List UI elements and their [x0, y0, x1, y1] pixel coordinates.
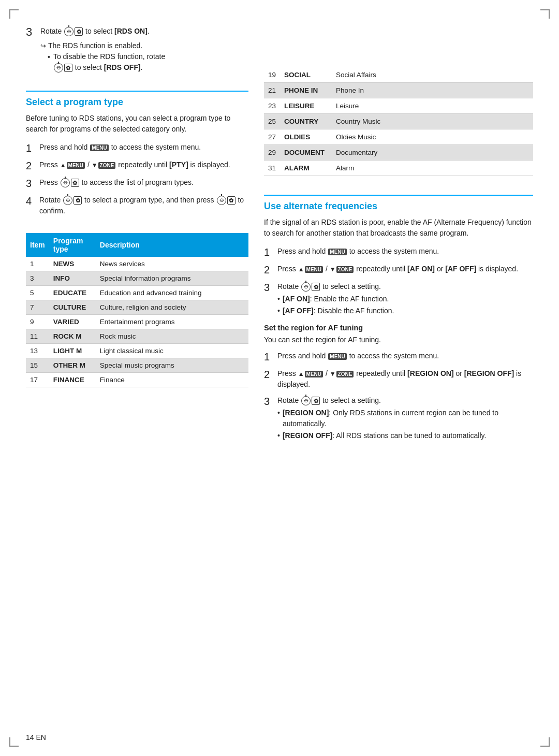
cell-desc: Finance — [96, 373, 248, 387]
cell-desc: Entertainment programs — [96, 315, 248, 329]
bullet-symbol: • — [48, 52, 50, 63]
menu-icon-ua2: MENU — [305, 266, 323, 273]
table-row: 5 EDUCATE Education and advanced trainin… — [26, 286, 248, 300]
ua-step-1-text: Press and hold MENU to access the system… — [277, 246, 439, 257]
cell-desc: Culture, religion and society — [96, 300, 248, 315]
table-row: 19 SOCIAL Social Affairs — [264, 67, 533, 83]
col-description: Description — [96, 233, 248, 257]
cell-type: DOCUMENT — [280, 145, 332, 161]
use-alternate-desc: If the signal of an RDS station is poor,… — [264, 217, 533, 239]
step3-arrow-text: The RDS function is enabled. — [48, 40, 142, 51]
step3-arrow: ↪ The RDS function is enabled. — [40, 40, 248, 51]
af-tuning-steps: 1 Press and hold MENU to access the syst… — [264, 351, 533, 441]
cross-icon2: ✿ — [64, 64, 72, 72]
col-item: Item — [26, 233, 49, 257]
step3-rds-block: 3 Rotate ⦵✿ to select [RDS ON]. ↪ The RD… — [26, 26, 248, 73]
down-icon-af: ▼ — [330, 370, 336, 377]
af-step-3-text: Rotate ⦵✿ to select a setting. • [REGION… — [277, 395, 533, 441]
corner-bottom-left — [9, 737, 19, 747]
step-2-text: Press ▲MENU / ▼ZONE repeatedly until [PT… — [39, 159, 230, 170]
knob-icon3: ⦵ — [61, 178, 70, 187]
cell-type: FINANCE — [49, 373, 96, 387]
right-program-table-body: 19 SOCIAL Social Affairs 21 PHONE IN Pho… — [264, 67, 533, 176]
cell-desc: Documentary — [332, 145, 533, 161]
cross-icon-ua: ✿ — [312, 283, 320, 291]
table-row: 11 ROCK M Rock music — [26, 329, 248, 344]
af-tuning-title: Set the region for AF tuning — [264, 324, 533, 332]
step-number-3: 3 — [26, 26, 37, 38]
cell-type: NEWS — [49, 257, 96, 271]
knob-icon: ⦵ — [64, 27, 73, 36]
down-icon-ua: ▼ — [330, 266, 336, 273]
cell-item: 31 — [264, 161, 280, 176]
cell-desc: Light classical music — [96, 344, 248, 358]
down-icon: ▼ — [92, 162, 98, 169]
cross-icon4: ✿ — [73, 196, 82, 205]
step3-bullet: • To disable the RDS function, rotate ⦵✿… — [48, 51, 248, 73]
cell-desc: Leisure — [332, 98, 533, 114]
step-num-4: 4 — [26, 195, 36, 207]
cell-item: 15 — [26, 358, 49, 373]
cell-type: OLDIES — [280, 129, 332, 145]
cross-icon5: ✿ — [227, 196, 236, 205]
cell-item: 7 — [26, 300, 49, 315]
bullet-ua1: • — [277, 294, 280, 304]
step-num-1: 1 — [26, 142, 36, 154]
table-row: 13 LIGHT M Light classical music — [26, 344, 248, 358]
step3-bullet-text: To disable the RDS function, rotate ⦵✿ t… — [53, 51, 165, 73]
step-num-3: 3 — [26, 177, 36, 190]
menu-icon-af2: MENU — [305, 371, 323, 377]
table-row: 1 NEWS News services — [26, 257, 248, 271]
corner-top-right — [540, 9, 550, 19]
cell-desc: Phone In — [332, 83, 533, 98]
corner-bottom-right — [540, 737, 550, 747]
af-step-2: 2 Press ▲MENU / ▼ZONE repeatedly until [… — [264, 368, 533, 390]
cell-desc: Social Affairs — [332, 67, 533, 83]
cell-item: 29 — [264, 145, 280, 161]
use-alternate-steps: 1 Press and hold MENU to access the syst… — [264, 246, 533, 316]
program-table-body: 1 NEWS News services 3 INFO Special info… — [26, 257, 248, 387]
up-icon-af: ▲ — [298, 370, 304, 377]
select-program-desc: Before tuning to RDS stations, you can s… — [26, 113, 248, 135]
cell-desc: Oldies Music — [332, 129, 533, 145]
arrow-symbol: ↪ — [40, 41, 46, 51]
cell-item: 21 — [264, 83, 280, 98]
knob-icon2: ⦵ — [54, 63, 63, 72]
cell-type: SOCIAL — [280, 67, 332, 83]
cross-icon: ✿ — [75, 27, 83, 36]
table-row: 7 CULTURE Culture, religion and society — [26, 300, 248, 315]
cell-desc: Alarm — [332, 161, 533, 176]
ua-step-num-2: 2 — [264, 264, 274, 276]
af-step-num-2: 2 — [264, 368, 274, 381]
knob-icon-af: ⦵ — [301, 396, 311, 405]
cell-item: 9 — [26, 315, 49, 329]
right-column: 19 SOCIAL Social Affairs 21 PHONE IN Pho… — [264, 26, 533, 730]
table-row: 21 PHONE IN Phone In — [264, 83, 533, 98]
menu-icon-1: MENU — [90, 144, 108, 151]
ua-step-2-text: Press ▲MENU / ▼ZONE repeatedly until [AF… — [277, 264, 518, 274]
cell-desc: Special information programs — [96, 271, 248, 286]
cell-type: PHONE IN — [280, 83, 332, 98]
select-program-steps: 1 Press and hold MENU to access the syst… — [26, 142, 248, 222]
cell-type: INFO — [49, 271, 96, 286]
cell-item: 3 — [26, 271, 49, 286]
table-row: 15 OTHER M Special music programs — [26, 358, 248, 373]
ua-step-3-text: Rotate ⦵✿ to select a setting. • [AF ON]… — [277, 281, 394, 316]
table-row: 23 LEISURE Leisure — [264, 98, 533, 114]
af-tuning-section: Set the region for AF tuning You can set… — [264, 324, 533, 441]
af-step-1: 1 Press and hold MENU to access the syst… — [264, 351, 533, 363]
cell-type: ALARM — [280, 161, 332, 176]
step3-text: Rotate ⦵✿ to select [RDS ON]. — [40, 26, 150, 37]
section-divider-1 — [26, 91, 248, 92]
af-step-num-3: 3 — [264, 395, 274, 408]
left-column: 3 Rotate ⦵✿ to select [RDS ON]. ↪ The RD… — [26, 26, 248, 730]
cell-type: OTHER M — [49, 358, 96, 373]
table-row: 25 COUNTRY Country Music — [264, 114, 533, 129]
table-row: 3 INFO Special information programs — [26, 271, 248, 286]
ua-step-2: 2 Press ▲MENU / ▼ZONE repeatedly until [… — [264, 264, 533, 276]
step-num-2: 2 — [26, 159, 36, 172]
cell-desc: Education and advanced training — [96, 286, 248, 300]
cell-type: VARIED — [49, 315, 96, 329]
ua-step-num-3: 3 — [264, 281, 274, 294]
step-2: 2 Press ▲MENU / ▼ZONE repeatedly until [… — [26, 159, 248, 172]
